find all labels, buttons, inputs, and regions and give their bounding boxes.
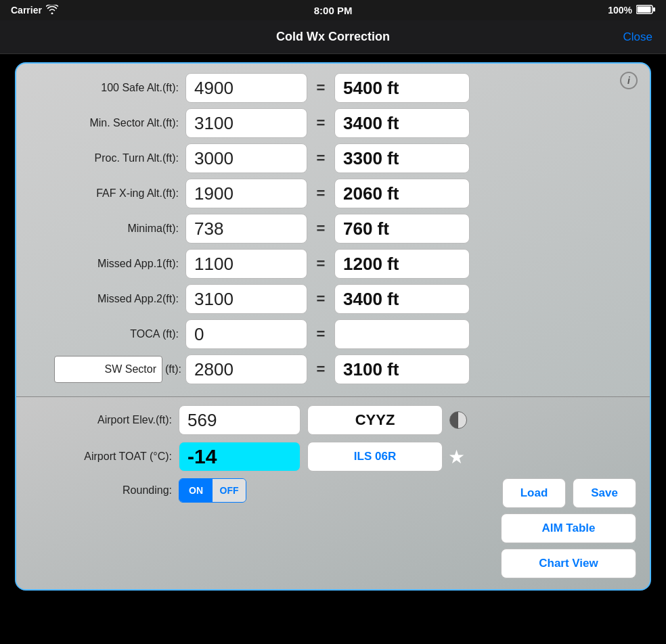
row-rounding: Rounding: ON OFF [30,478,494,503]
label-missed-app2: Missed App.2(ft): [30,293,185,305]
label-faf-xing: FAF X-ing Alt.(ft): [30,187,185,200]
result-proc-turn: 3300 ft [334,143,470,173]
input-airport-elev[interactable] [179,405,301,435]
wifi-icon [46,5,58,16]
row-sw-sector: SW Sector (ft): = 3100 ft [30,354,636,384]
label-minima: Minima(ft): [30,223,185,235]
result-minima: 760 ft [334,214,470,244]
input-faf-xing[interactable] [185,179,307,208]
label-missed-app1: Missed App.1(ft): [30,258,185,270]
equals-6: = [307,290,334,308]
result-min-sector: 3400 ft [334,108,470,138]
sw-sector-text: SW Sector [105,363,156,375]
row-minima: Minima(ft): = 760 ft [30,214,636,244]
top-section: i 100 Safe Alt.(ft): = 5400 ft Min. Sect… [16,64,650,397]
info-icon[interactable]: i [620,72,638,89]
airport-code-box[interactable]: CYYZ [307,405,443,435]
input-minima[interactable] [185,214,307,244]
status-bar: Carrier 8:00 PM 100% [0,0,666,20]
bottom-section: Airport Elev.(ft): CYYZ Airport TOAT (°C… [16,397,650,589]
nav-title: Cold Wx Correction [276,30,390,44]
nav-bar: Cold Wx Correction Close [0,20,666,54]
equals-3: = [307,185,334,202]
carrier-label: Carrier [11,5,42,16]
equals-4: = [307,220,334,237]
equals-2: = [307,150,334,167]
equals-5: = [307,255,334,273]
equals-1: = [307,114,334,132]
chart-view-button[interactable]: Chart View [501,549,636,578]
equals-7: = [307,325,334,343]
close-button[interactable]: Close [623,30,652,44]
result-100-safe: 5400 ft [334,73,470,103]
main-area: i 100 Safe Alt.(ft): = 5400 ft Min. Sect… [0,54,666,644]
row-min-sector: Min. Sector Alt.(ft): = 3400 ft [30,108,636,138]
load-button[interactable]: Load [502,478,566,508]
time-label: 8:00 PM [314,5,353,16]
input-missed-app1[interactable] [185,249,307,279]
load-save-row: Load Save [502,478,636,508]
result-faf-xing: 2060 ft [334,179,470,208]
save-button[interactable]: Save [573,478,636,508]
card: i 100 Safe Alt.(ft): = 5400 ft Min. Sect… [15,62,651,591]
row-airport-elev: Airport Elev.(ft): CYYZ [30,405,636,435]
row-100-safe: 100 Safe Alt.(ft): = 5400 ft [30,73,636,103]
label-min-sector: Min. Sector Alt.(ft): [30,117,185,129]
row-missed-app2: Missed App.2(ft): = 3400 ft [30,284,636,314]
input-sw-sector[interactable] [185,354,307,384]
input-100-safe[interactable] [185,73,307,103]
aim-table-button[interactable]: AIM Table [501,513,636,543]
toggle-off[interactable]: OFF [213,479,246,502]
right-buttons: Load Save AIM Table Chart View [501,478,636,578]
label-100-safe: 100 Safe Alt.(ft): [30,82,185,94]
result-missed-app2: 3400 ft [334,284,470,314]
svg-rect-2 [653,7,655,12]
sw-sector-label-input[interactable]: SW Sector [54,356,162,383]
label-proc-turn: Proc. Turn Alt.(ft): [30,152,185,164]
label-toca: TOCA (ft): [30,328,185,340]
label-airport-elev: Airport Elev.(ft): [30,414,179,426]
row-missed-app1: Missed App.1(ft): = 1200 ft [30,249,636,279]
row-faf-xing: FAF X-ing Alt.(ft): = 2060 ft [30,179,636,208]
result-missed-app1: 1200 ft [334,249,470,279]
approach-label: ILS 06R [354,450,396,463]
result-sw-sector: 3100 ft [334,354,470,384]
toggle-on[interactable]: ON [179,479,213,502]
equals-sw: = [307,361,334,378]
approach-box[interactable]: ILS 06R [307,442,443,472]
label-rounding: Rounding: [30,484,179,497]
sw-sector-ft: (ft): [165,363,185,375]
input-proc-turn[interactable] [185,143,307,173]
rounding-toggle[interactable]: ON OFF [179,478,246,503]
input-toca[interactable] [185,319,307,349]
battery-percent: 100% [608,5,632,16]
svg-rect-1 [638,6,651,12]
half-circle-icon[interactable] [449,411,467,429]
row-toca: TOCA (ft): = [30,319,636,349]
battery-icon [636,5,655,16]
result-toca [334,319,470,349]
row-proc-turn: Proc. Turn Alt.(ft): = 3300 ft [30,143,636,173]
airport-code: CYYZ [355,411,395,429]
input-min-sector[interactable] [185,108,307,138]
label-airport-toat: Airport TOAT (°C): [30,451,179,463]
input-missed-app2[interactable] [185,284,307,314]
row-airport-toat: Airport TOAT (°C): ILS 06R ★ [30,442,636,472]
input-airport-toat[interactable] [179,442,301,472]
equals-0: = [307,79,334,97]
star-icon[interactable]: ★ [448,446,465,468]
